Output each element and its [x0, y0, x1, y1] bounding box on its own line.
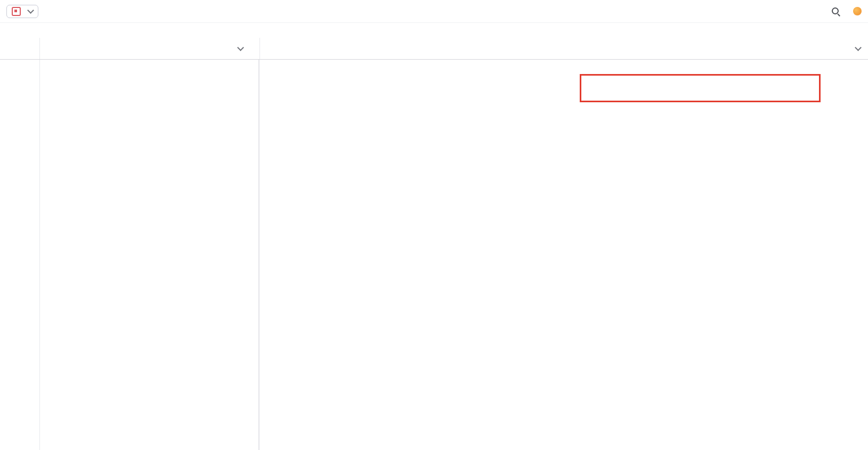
hidden-tabs-icon-right[interactable]	[848, 38, 868, 59]
hidden-tabs-icon-left[interactable]	[237, 44, 244, 51]
tab-group-right	[259, 38, 848, 59]
editor-area	[0, 60, 868, 450]
editor-right[interactable]	[259, 60, 868, 450]
profile-icon[interactable]	[853, 7, 862, 15]
breadcrumb	[0, 23, 868, 38]
scrollbar-right[interactable]	[859, 60, 868, 450]
tab-group-left	[40, 38, 238, 59]
editor-left[interactable]	[40, 60, 258, 450]
main-toolbar	[0, 0, 868, 23]
tab-group-left-extra	[238, 38, 259, 59]
project-icon	[12, 7, 21, 16]
ide-window	[0, 0, 868, 450]
inspection-widget-left[interactable]	[240, 61, 247, 63]
search-icon[interactable]	[831, 7, 840, 16]
project-tree-panel	[0, 60, 40, 450]
chevron-down-icon	[27, 7, 34, 14]
tab-strip	[0, 38, 868, 60]
project-panel-header	[0, 38, 40, 59]
inspection-widget-right[interactable]	[816, 61, 823, 63]
branch-widget[interactable]	[6, 5, 38, 18]
scrollbar-left[interactable]	[250, 60, 258, 450]
